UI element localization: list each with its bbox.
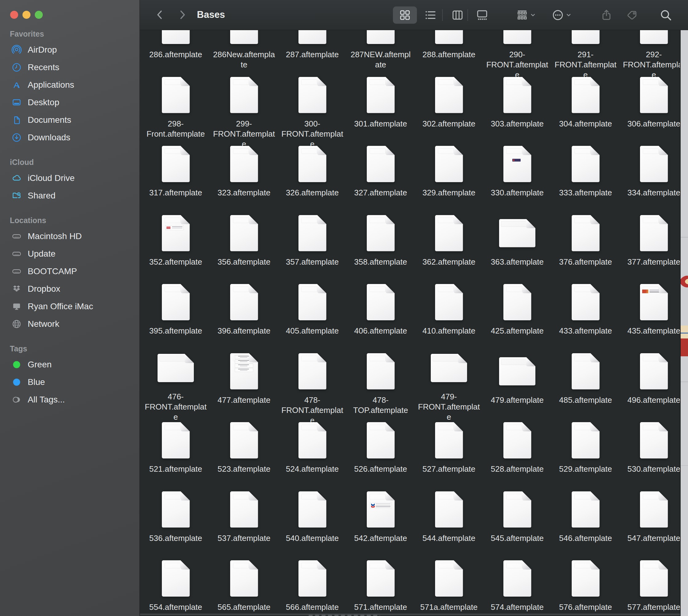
file-item[interactable]: 377.aftemplate: [620, 215, 681, 284]
file-item[interactable]: 576.aftemplate: [551, 560, 620, 616]
file-item[interactable]: 542.aftemplate: [347, 491, 415, 560]
sidebar-item-icloud-drive[interactable]: iCloud Drive: [0, 169, 139, 187]
file-item[interactable]: 405.aftemplate: [278, 284, 347, 353]
file-item[interactable]: 547.aftemplate: [620, 491, 681, 560]
file-item[interactable]: 529.aftemplate: [551, 422, 620, 491]
file-item[interactable]: 299-FRONT.aftemplate: [210, 77, 278, 146]
sidebar-item-update[interactable]: Update: [0, 245, 139, 262]
file-item[interactable]: 302.aftemplate: [415, 77, 483, 146]
file-item[interactable]: 291-FRONT.aftemplate: [551, 30, 620, 77]
file-item[interactable]: 478-TOP.aftemplate: [347, 353, 415, 422]
file-item[interactable]: 545.aftemplate: [483, 491, 551, 560]
file-item[interactable]: 286New.aftemplate: [210, 30, 278, 77]
file-item[interactable]: 358.aftemplate: [347, 215, 415, 284]
sidebar-item-blue[interactable]: Blue: [0, 373, 139, 391]
file-item[interactable]: 476-FRONT.aftemplate: [141, 353, 210, 422]
file-item[interactable]: 330.aftemplate: [483, 146, 551, 215]
sidebar-item-airdrop[interactable]: AirDrop: [0, 41, 139, 59]
file-item[interactable]: 306.aftemplate: [620, 77, 681, 146]
file-item[interactable]: 326.aftemplate: [278, 146, 347, 215]
file-item[interactable]: 352.aftemplate: [141, 215, 210, 284]
file-item[interactable]: 577.aftemplate: [620, 560, 681, 616]
share-button[interactable]: [600, 6, 613, 24]
more-actions-button[interactable]: [552, 6, 571, 24]
file-item[interactable]: 496.aftemplate: [620, 353, 681, 422]
file-item[interactable]: 526.aftemplate: [347, 422, 415, 491]
tags-button[interactable]: [625, 6, 638, 24]
minimize-window-button[interactable]: [22, 11, 30, 19]
file-item[interactable]: 301.aftemplate: [347, 77, 415, 146]
sidebar-item-documents[interactable]: Documents: [0, 111, 139, 129]
file-item[interactable]: 537.aftemplate: [210, 491, 278, 560]
file-item[interactable]: 435.aftemplate: [620, 284, 681, 353]
file-item[interactable]: 478-FRONT.aftemplate: [278, 353, 347, 422]
file-item[interactable]: 536.aftemplate: [141, 491, 210, 560]
file-item[interactable]: 433.aftemplate: [551, 284, 620, 353]
file-item[interactable]: 571.aftemplate: [347, 560, 415, 616]
close-window-button[interactable]: [10, 11, 18, 19]
file-item[interactable]: 287NEW.aftemplate: [347, 30, 415, 77]
file-item[interactable]: 530.aftemplate: [620, 422, 681, 491]
file-item[interactable]: 304.aftemplate: [551, 77, 620, 146]
sidebar-item-macintosh-hd[interactable]: Macintosh HD: [0, 227, 139, 245]
file-item[interactable]: 376.aftemplate: [551, 215, 620, 284]
forward-button[interactable]: [176, 8, 189, 22]
file-item[interactable]: 334.aftemplate: [620, 146, 681, 215]
file-item[interactable]: 544.aftemplate: [415, 491, 483, 560]
file-item[interactable]: 477.aftemplate: [210, 353, 278, 422]
file-item[interactable]: 356.aftemplate: [210, 215, 278, 284]
sidebar-item-ryan-office-imac[interactable]: Ryan Office iMac: [0, 298, 139, 315]
sidebar-item-network[interactable]: Network: [0, 315, 139, 333]
list-view-button[interactable]: [419, 6, 442, 24]
file-item[interactable]: 546.aftemplate: [551, 491, 620, 560]
file-item[interactable]: 485.aftemplate: [551, 353, 620, 422]
file-item[interactable]: 300-FRONT.aftemplate: [278, 77, 347, 146]
sidebar-item-recents[interactable]: Recents: [0, 59, 139, 76]
file-item[interactable]: 292-FRONT.aftemplate: [620, 30, 681, 77]
file-item[interactable]: 565.aftemplate: [210, 560, 278, 616]
file-item[interactable]: 357.aftemplate: [278, 215, 347, 284]
file-item[interactable]: 286.aftemplate: [141, 30, 210, 77]
file-item[interactable]: 479-FRONT.aftemplate: [415, 353, 483, 422]
file-item[interactable]: 362.aftemplate: [415, 215, 483, 284]
sidebar-item-downloads[interactable]: Downloads: [0, 129, 139, 146]
gallery-view-button[interactable]: [470, 6, 494, 24]
file-item[interactable]: 303.aftemplate: [483, 77, 551, 146]
file-item[interactable]: 410.aftemplate: [415, 284, 483, 353]
sidebar-item-bootcamp[interactable]: BOOTCAMP: [0, 262, 139, 280]
sidebar-item-desktop[interactable]: Desktop: [0, 93, 139, 111]
sidebar-item-all-tags[interactable]: All Tags...: [0, 391, 139, 408]
file-item[interactable]: 571a.aftemplate: [415, 560, 483, 616]
icon-view-button[interactable]: [393, 6, 417, 24]
file-item[interactable]: 524.aftemplate: [278, 422, 347, 491]
file-item[interactable]: 540.aftemplate: [278, 491, 347, 560]
zoom-window-button[interactable]: [35, 11, 43, 19]
file-item[interactable]: 521.aftemplate: [141, 422, 210, 491]
file-item[interactable]: 317.aftemplate: [141, 146, 210, 215]
file-item[interactable]: 566.aftemplate: [278, 560, 347, 616]
file-item[interactable]: 554.aftemplate: [141, 560, 210, 616]
sidebar-item-dropbox[interactable]: Dropbox: [0, 280, 139, 298]
sidebar-item-shared[interactable]: Shared: [0, 187, 139, 204]
search-button[interactable]: [659, 6, 672, 24]
file-item[interactable]: 527.aftemplate: [415, 422, 483, 491]
sidebar-item-green[interactable]: Green: [0, 356, 139, 373]
group-by-button[interactable]: [516, 6, 536, 24]
file-item[interactable]: 425.aftemplate: [483, 284, 551, 353]
file-item[interactable]: 395.aftemplate: [141, 284, 210, 353]
file-item[interactable]: 523.aftemplate: [210, 422, 278, 491]
sidebar-item-applications[interactable]: Applications: [0, 76, 139, 93]
file-item[interactable]: 327.aftemplate: [347, 146, 415, 215]
file-item[interactable]: 298-Front.aftemplate: [141, 77, 210, 146]
file-item[interactable]: 574.aftemplate: [483, 560, 551, 616]
file-item[interactable]: 323.aftemplate: [210, 146, 278, 215]
column-view-button[interactable]: [446, 6, 469, 24]
file-item[interactable]: 329.aftemplate: [415, 146, 483, 215]
back-button[interactable]: [153, 8, 167, 22]
file-item[interactable]: 528.aftemplate: [483, 422, 551, 491]
file-item[interactable]: 288.aftemplate: [415, 30, 483, 77]
file-item[interactable]: 290-FRONT.aftemplate: [483, 30, 551, 77]
file-item[interactable]: 287.aftemplate: [278, 30, 347, 77]
file-item[interactable]: 479.aftemplate: [483, 353, 551, 422]
file-item[interactable]: 333.aftemplate: [551, 146, 620, 215]
